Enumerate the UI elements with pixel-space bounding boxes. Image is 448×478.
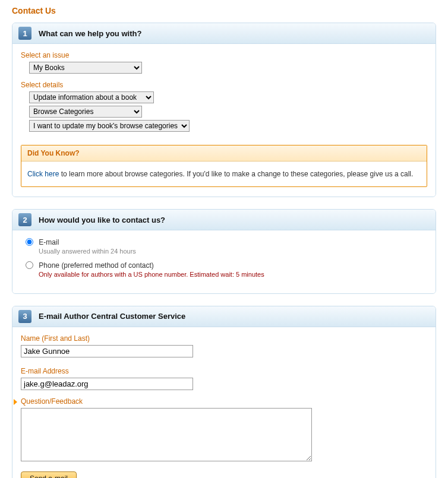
name-field[interactable] [21,345,193,357]
select-details1-dropdown[interactable]: Update information about a book [29,91,154,103]
step1-number: 1 [18,27,31,40]
did-you-know-box: Did You Know? Click here to learn more a… [21,145,427,187]
step2-panel: 2 How would you like to contact us? E-ma… [12,209,436,294]
contact-phone-row: Phone (preferred method of contact) Only… [26,261,427,278]
question-textarea[interactable] [21,408,312,461]
step3-number: 3 [18,310,31,323]
step1-body: Select an issue My Books Select details … [12,44,436,197]
step1-panel: 1 What can we help you with? Select an i… [12,23,436,197]
email-field[interactable] [21,378,193,390]
contact-email-row: E-mail Usually answered within 24 hours [26,238,427,255]
step2-title: How would you like to contact us? [39,216,165,224]
contact-email-sub: Usually answered within 24 hours [39,248,427,255]
step2-number: 2 [18,213,31,226]
contact-email-radio[interactable] [26,238,33,246]
select-details-label: Select details [21,81,427,89]
did-you-know-body: Click here to learn more about browse ca… [21,162,427,186]
select-details2-dropdown[interactable]: Browse Categories [29,106,142,118]
step3-body: Name (First and Last) E-mail Address Que… [12,327,436,478]
page-title: Contact Us [12,6,436,15]
send-email-button[interactable]: Send e-mail [21,471,77,478]
step3-title: E-mail Author Central Customer Service [39,312,185,321]
select-details3-dropdown[interactable]: I want to update my book's browse catego… [29,120,190,132]
step3-panel: 3 E-mail Author Central Customer Service… [12,306,436,478]
question-label: Question/Feedback [14,397,427,406]
did-you-know-heading: Did You Know? [21,145,427,162]
select-issue-label: Select an issue [21,51,427,59]
click-here-link[interactable]: Click here [27,170,59,178]
contact-email-label: E-mail [39,238,59,246]
step1-header: 1 What can we help you with? [12,23,436,44]
email-label: E-mail Address [21,367,427,375]
select-issue-dropdown[interactable]: My Books [29,62,142,74]
contact-phone-label: Phone (preferred method of contact) [39,261,153,270]
step2-header: 2 How would you like to contact us? [12,210,436,230]
name-label: Name (First and Last) [21,334,427,343]
step2-body: E-mail Usually answered within 24 hours … [12,230,436,293]
contact-phone-sub: Only available for authors with a US pho… [39,271,427,278]
step1-title: What can we help you with? [39,29,141,38]
did-you-know-text: to learn more about browse categories. I… [59,170,413,178]
step3-header: 3 E-mail Author Central Customer Service [12,306,436,327]
contact-phone-radio[interactable] [26,261,33,269]
